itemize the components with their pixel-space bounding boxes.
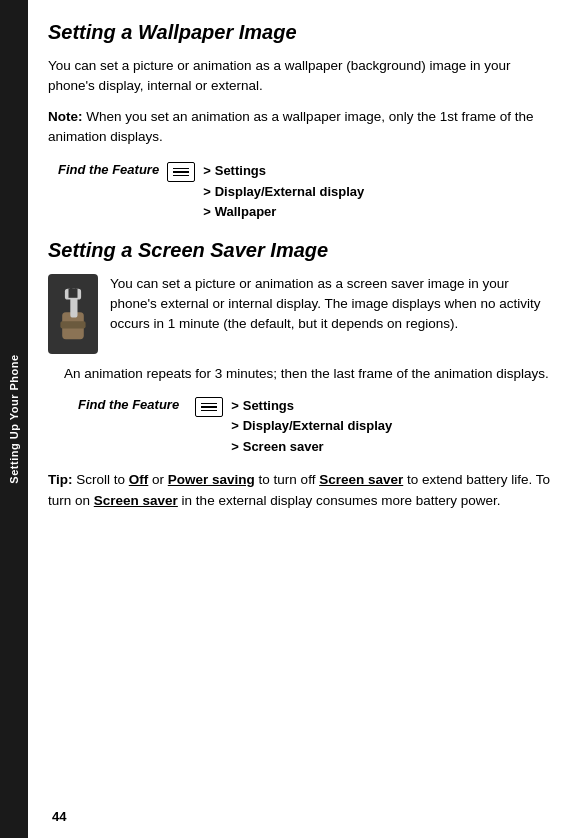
svg-rect-5 — [69, 288, 78, 297]
nav-path-1: > Settings > Display/External display > … — [203, 161, 364, 222]
nav-row-s2-1: > Settings — [231, 396, 392, 416]
nav-row-2: > Display/External display — [203, 182, 364, 202]
nav-row-s2-3: > Screen saver — [231, 437, 392, 457]
main-content: Setting a Wallpaper Image You can set a … — [28, 0, 576, 838]
menu-line — [173, 171, 189, 173]
arrow-icon: > — [231, 396, 239, 416]
section2-title: Setting a Screen Saver Image — [48, 238, 552, 262]
menu-line — [201, 406, 217, 408]
find-feature-label-2: Find the Feature — [78, 396, 179, 412]
menu-line — [173, 168, 189, 170]
nav-item-2: Display/External display — [215, 182, 365, 202]
section2-body2: An animation repeats for 3 minutes; then… — [64, 364, 552, 384]
find-feature-1: Find the Feature > Settings > Display/Ex… — [58, 161, 552, 222]
page-number: 44 — [52, 809, 66, 824]
section2: Setting a Screen Saver Image — [48, 238, 552, 511]
section1-body: You can set a picture or animation as a … — [48, 56, 552, 97]
arrow-icon: > — [203, 202, 211, 222]
arrow-icon: > — [203, 161, 211, 181]
section1-title: Setting a Wallpaper Image — [48, 20, 552, 44]
nav-row-3: > Wallpaper — [203, 202, 364, 222]
menu-line — [201, 410, 217, 412]
svg-rect-1 — [60, 321, 85, 328]
wrench-icon — [55, 286, 91, 342]
nav-row-1: > Settings — [203, 161, 364, 181]
nav-item-1: Settings — [215, 161, 266, 181]
arrow-icon: > — [231, 416, 239, 436]
sidebar-label: Setting Up Your Phone — [8, 354, 20, 483]
sidebar: Setting Up Your Phone — [0, 0, 28, 838]
tip-or: or — [148, 472, 168, 487]
section2-text: You can set a picture or animation as a … — [110, 274, 552, 343]
menu-icon-2 — [195, 397, 223, 417]
tip-off: Off — [129, 472, 149, 487]
nav-row-s2-2: > Display/External display — [231, 416, 392, 436]
nav-s2-item-3: Screen saver — [243, 437, 324, 457]
section2-content: You can set a picture or animation as a … — [48, 274, 552, 354]
section1-note: Note: When you set an animation as a wal… — [48, 107, 552, 148]
find-feature-label-1: Find the Feature — [58, 161, 159, 177]
tip-middle: to turn off — [255, 472, 319, 487]
tip-screen-saver-2: Screen saver — [94, 493, 178, 508]
menu-line — [173, 175, 189, 177]
arrow-icon: > — [203, 182, 211, 202]
tip-label: Tip: — [48, 472, 73, 487]
menu-icon-1 — [167, 162, 195, 182]
note-body: When you set an animation as a wallpaper… — [48, 109, 534, 144]
tip-paragraph: Tip: Scroll to Off or Power saving to tu… — [48, 470, 552, 511]
tip-body: Scroll to — [73, 472, 129, 487]
find-feature-2: Find the Feature > Settings > — [78, 396, 552, 457]
nav-s2-item-2: Display/External display — [243, 416, 393, 436]
menu-line — [201, 403, 217, 405]
wrench-icon-container — [48, 274, 98, 354]
tip-screen-saver-1: Screen saver — [319, 472, 403, 487]
nav-path-2: > Settings > Display/External display > … — [231, 396, 392, 457]
tip-final: in the external display consumes more ba… — [178, 493, 501, 508]
nav-item-3: Wallpaper — [215, 202, 277, 222]
note-label: Note: — [48, 109, 83, 124]
tip-power-saving: Power saving — [168, 472, 255, 487]
nav-s2-item-1: Settings — [243, 396, 294, 416]
section2-body1: You can set a picture or animation as a … — [110, 274, 552, 335]
arrow-icon: > — [231, 437, 239, 457]
